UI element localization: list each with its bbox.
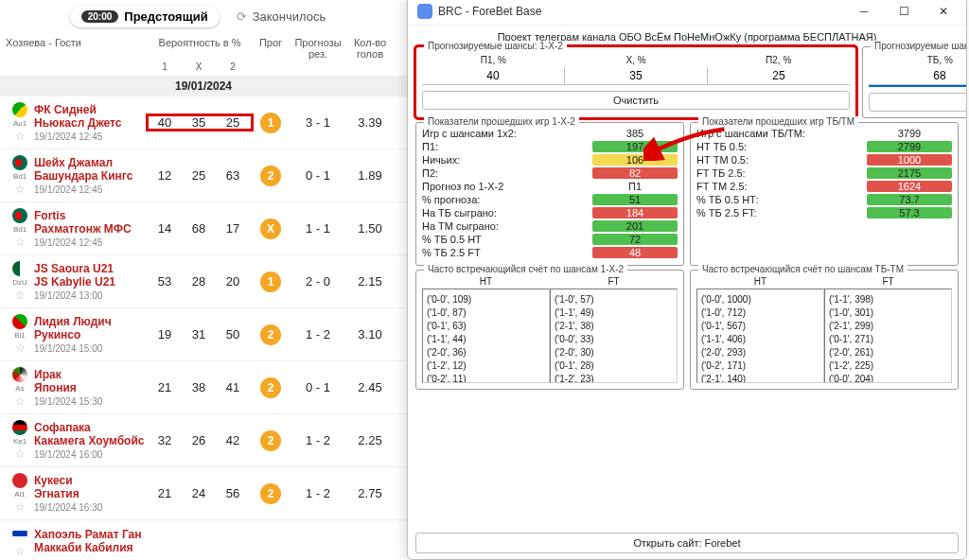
stat-row: П1:197 — [422, 140, 678, 153]
match-result: 1 - 1 — [290, 221, 346, 236]
scores-ou-ht[interactable]: ('0-0', 1000)('1-0', 712)('0-1', 567)('1… — [696, 289, 824, 383]
match-row[interactable]: Bd1☆FortisРахматгонж МФС19/1/2024 12:451… — [0, 202, 407, 255]
match-row[interactable]: ☆Хапоэль Рамат ГанМаккаби Кабилия — [0, 520, 407, 560]
maximize-button[interactable]: ☐ — [885, 0, 923, 23]
star-icon[interactable]: ☆ — [15, 183, 26, 196]
col-prog: Прог — [252, 37, 290, 60]
status-tabs: 20:00 Предстоящий ⟳ Закончилось — [0, 0, 407, 31]
panel-pred-1x2: Прогнозируемые шансы: 1-X-2 П1, % X, % П… — [415, 46, 856, 118]
match-prog: X — [252, 219, 290, 239]
star-icon[interactable]: ☆ — [15, 289, 26, 302]
match-flag: Bd1☆ — [6, 155, 34, 196]
legend-pred-ou: Прогнозируемые шансы: Больше | Меньше — [871, 41, 966, 51]
match-teams: КукесиЭгнатия19/1/2024 16:30 — [34, 474, 148, 513]
match-prog: 1 — [252, 271, 290, 292]
match-result: 3 - 1 — [290, 115, 346, 130]
tab-upcoming[interactable]: 20:00 Предстоящий — [70, 6, 220, 27]
match-teams: FortisРахматгонж МФС19/1/2024 12:45 — [34, 209, 148, 248]
input-p1[interactable] — [422, 67, 564, 85]
stat-row: Прогноз по 1-X-2П1 — [422, 180, 678, 193]
legend-past-1x2: Показатели прошедших игр 1-X-2 — [424, 116, 579, 127]
date-group: 19/01/2024 — [0, 76, 407, 96]
match-teams: Хапоэль Рамат ГанМаккаби Кабилия — [34, 528, 148, 556]
match-row[interactable]: Au1☆ФК СиднейНьюкасл Джетс19/1/2024 12:4… — [0, 96, 407, 149]
match-teams: Шейх ДжамалБашундара Кингс19/1/2024 12:4… — [34, 156, 148, 195]
open-site-button[interactable]: Открыть сайт: Forebet — [415, 533, 959, 553]
tab-finished[interactable]: ⟳ Закончилось — [225, 6, 338, 27]
stat-row: % прогноза:51 — [422, 193, 678, 206]
stat-row: % ТБ 0.5 НТ:73.7 — [696, 193, 952, 206]
match-row[interactable]: Bi1☆Лидия ЛюдичРукинсо19/1/2024 15:00193… — [0, 308, 407, 361]
match-flag: Bd1☆ — [6, 208, 34, 249]
match-goals: 3.10 — [346, 327, 394, 341]
match-prog: 2 — [252, 483, 290, 504]
match-prog: 2 — [252, 324, 290, 345]
match-goals: 2.25 — [346, 433, 394, 447]
match-row[interactable]: Bd1☆Шейх ДжамалБашундара Кингс19/1/2024 … — [0, 149, 407, 202]
scores-1x2-ft[interactable]: ('1-0', 57)('1-1', 49)('2-1', 38)('0-0',… — [550, 289, 678, 383]
app-icon — [417, 4, 432, 19]
legend-past-ou: Показатели прошедших игр ТБ/ТМ — [698, 116, 858, 127]
match-result: 2 - 0 — [290, 274, 346, 289]
input-x[interactable] — [564, 67, 707, 85]
scores-1x2-ht[interactable]: ('0-0', 109)('1-0', 87)('0-1', 63)('1-1'… — [422, 289, 550, 383]
star-icon[interactable]: ☆ — [15, 447, 26, 461]
match-goals: 1.89 — [346, 168, 394, 183]
stat-row: % ТБ 2.5 FT:57.3 — [696, 206, 952, 219]
match-flag: DzU☆ — [6, 261, 34, 302]
match-flag: ☆ — [6, 526, 34, 558]
close-button[interactable]: ✕ — [925, 0, 962, 23]
panel-past-1x2: Показатели прошедших игр 1-X-2 Игр с шан… — [415, 122, 684, 266]
star-icon[interactable]: ☆ — [15, 545, 26, 558]
star-icon[interactable]: ☆ — [15, 236, 26, 249]
match-row[interactable]: DzU☆JS Saoura U21JS Kabylie U2119/1/2024… — [0, 255, 407, 308]
stat-row: П2:82 — [422, 166, 678, 180]
stat-row: На ТМ сыграно:201 — [422, 219, 678, 233]
minimize-button[interactable]: ─ — [845, 0, 883, 23]
star-icon[interactable]: ☆ — [15, 341, 26, 355]
match-goals: 2.75 — [346, 486, 394, 500]
match-goals: 2.45 — [346, 380, 394, 394]
stat-row: НТ ТМ 0.5:1000 — [696, 153, 952, 166]
match-flag: As☆ — [6, 367, 34, 408]
sh-ht: HT — [422, 276, 550, 287]
match-probs: 146817 — [148, 221, 252, 236]
match-teams: СофапакаКакамега Хоумбойс19/1/2024 16:00 — [34, 421, 148, 460]
match-result: 1 - 2 — [290, 433, 346, 447]
clear-ou-button[interactable]: Очистить — [869, 93, 966, 112]
stat-row: % ТБ 0.5 НТ72 — [422, 233, 678, 246]
match-row[interactable]: Ke1☆СофапакаКакамега Хоумбойс19/1/2024 1… — [0, 414, 407, 467]
match-prog: 1 — [252, 113, 290, 133]
match-goals: 2.15 — [346, 274, 394, 289]
titlebar: BRC - ForeBet Base ─ ☐ ✕ — [408, 0, 966, 26]
tab-finished-label: Закончилось — [253, 9, 326, 24]
legend-pred-1x2: Прогнозируемые шансы: 1-X-2 — [424, 41, 567, 51]
table-header: Хозяева - Гости Вероятность в % Прог Про… — [0, 31, 407, 61]
col-goals: Кол-во голов — [346, 37, 394, 60]
match-probs: 193150 — [148, 327, 252, 341]
input-tb[interactable] — [869, 67, 966, 85]
match-probs: 122563 — [148, 168, 252, 183]
col-px: X — [182, 61, 216, 72]
table-subheader: 1 X 2 — [0, 61, 407, 76]
legend-scores-1x2: Часто встречающийся счёт по шансам 1-X-2 — [424, 264, 627, 274]
star-icon[interactable]: ☆ — [15, 500, 26, 514]
scores-ou-ft[interactable]: ('1-1', 398)('1-0', 301)('2-1', 299)('0-… — [824, 289, 952, 383]
forebet-table: 20:00 Предстоящий ⟳ Закончилось Хозяева … — [0, 0, 407, 560]
panel-past-ou: Показатели прошедших игр ТБ/ТМ Игр с шан… — [690, 122, 959, 266]
match-row[interactable]: As☆ИракЯпония19/1/2024 15:3021384120 - 1… — [0, 361, 407, 414]
clear-1x2-button[interactable]: Очистить — [422, 91, 850, 110]
star-icon[interactable]: ☆ — [15, 130, 26, 143]
match-teams: ИракЯпония19/1/2024 15:30 — [34, 368, 148, 407]
match-probs: 403525 — [148, 115, 252, 130]
so-ht: HT — [696, 276, 824, 287]
match-teams: ФК СиднейНьюкасл Джетс19/1/2024 12:45 — [34, 103, 148, 142]
stat-row: Игр с шансами 1x2:385 — [422, 127, 678, 140]
refresh-icon: ⟳ — [237, 9, 247, 24]
col-prob: Вероятность в % — [148, 37, 252, 60]
input-p2[interactable] — [707, 67, 850, 85]
match-row[interactable]: Al1☆КукесиЭгнатия19/1/2024 16:3021245621… — [0, 467, 407, 520]
col-p2: 2 — [216, 61, 250, 72]
stat-row: Игр с шансами ТБ/ТМ:3799 — [696, 127, 952, 140]
star-icon[interactable]: ☆ — [15, 394, 26, 408]
